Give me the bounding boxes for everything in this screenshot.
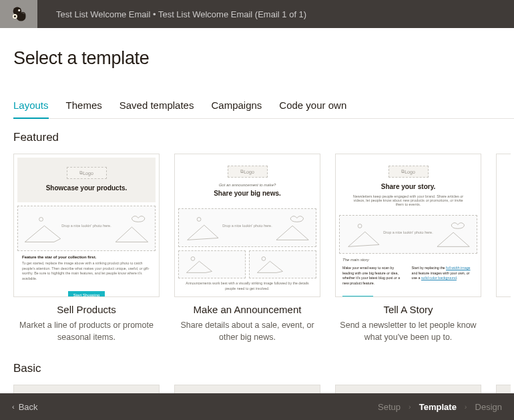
chevron-right-icon: › [465,403,467,411]
template-card-sell-products: ⧉ Logo Showcase your products. Drop a ni… [13,154,160,343]
tab-saved-templates[interactable]: Saved templates [119,99,194,118]
thumb-story-heading: The main story [342,258,474,262]
image-placeholder-icon [249,250,316,278]
template-thumb-partial[interactable] [496,154,511,297]
image-placeholder-icon [178,250,246,278]
template-thumb-story[interactable]: ⧉ Logo Share your story. Newsletters kee… [335,154,481,297]
wizard-footer: ‹ Back Setup › Template › Design [0,393,514,420]
thumb-headline: Showcase your products. [27,184,146,192]
template-card-announcement: ⧉ Logo Got an announcement to make? Shar… [174,154,320,343]
logo-placeholder-icon: ⧉ Logo [67,167,107,179]
section-heading-featured: Featured [13,131,514,144]
top-bar: Test List Welcome Email • Test List Welc… [0,0,514,28]
thumb-right-copy: Start by replacing the full width image … [412,266,475,281]
wizard-steps: Setup › Template › Design [378,402,502,412]
template-thumb-announcement[interactable]: ⧉ Logo Got an announcement to make? Shar… [174,154,320,297]
tab-campaigns[interactable]: Campaigns [211,99,262,118]
svg-rect-5 [19,206,155,250]
mailchimp-logo-icon [9,5,28,23]
template-desc: Share details about a sale, event, or ot… [174,319,320,343]
template-card-partial: Send [496,154,511,343]
app-logo[interactable] [0,0,37,28]
svg-point-2 [18,9,20,11]
chevron-left-icon: ‹ [12,403,15,411]
main-content: Select a template Layouts Themes Saved t… [0,28,514,393]
logo-placeholder-icon: ⧉ Logo [389,166,429,178]
thumb-cta-button: Start Shopping [68,291,105,297]
image-placeholder-icon: Drop a nice lookin' photo here. [339,215,477,254]
template-thumb-sell-products[interactable]: ⧉ Logo Showcase your products. Drop a ni… [13,154,160,297]
thumb-headline: Share your story. [344,183,472,190]
breadcrumb: Test List Welcome Email • Test List Welc… [37,9,306,19]
template-thumb-basic[interactable] [13,385,160,393]
step-template[interactable]: Template [419,402,457,412]
basic-row [13,385,514,393]
image-placeholder-icon: Drop a nice lookin' photo here. [178,208,316,247]
tab-layouts[interactable]: Layouts [13,99,49,119]
thumb-footer-copy: Announcements work best with a visually … [184,281,310,291]
logo-placeholder-icon: ⧉ Logo [228,166,268,178]
template-tabs: Layouts Themes Saved templates Campaigns… [13,99,514,119]
svg-point-10 [262,257,266,261]
image-placeholder-icon: Drop a nice lookin' photo here. [17,206,156,251]
thumb-feature-body: To get started, replace the image above … [22,261,151,282]
template-desc: Send a newsletter to let people know wha… [335,319,481,343]
template-card-story: ⧉ Logo Share your story. Newsletters kee… [335,154,481,343]
chevron-right-icon: › [409,403,411,411]
tab-code-your-own[interactable]: Code your own [279,99,346,118]
template-title: Send [496,304,511,315]
page-title: Select a template [13,48,514,69]
svg-point-9 [191,257,195,261]
template-desc: Market a line of products or promote sea… [13,319,160,343]
section-heading-basic: Basic [13,362,514,375]
back-button[interactable]: ‹ Back [12,402,38,412]
thumb-left-copy: Make your email easy to scan by leading … [342,266,405,286]
template-thumb-basic[interactable] [496,385,511,393]
featured-row: ⧉ Logo Showcase your products. Drop a ni… [13,154,514,343]
thumb-headline: Share your big news. [184,190,311,197]
template-title: Tell A Story [335,304,481,315]
template-title: Make an Announcement [174,304,320,315]
svg-point-4 [14,15,16,17]
template-thumb-basic[interactable] [335,385,481,393]
tab-themes[interactable]: Themes [66,99,102,118]
template-title: Sell Products [13,304,160,315]
template-thumb-basic[interactable] [174,385,320,393]
step-design[interactable]: Design [475,402,502,412]
thumb-feature-heading: Feature the star of your collection firs… [22,255,151,259]
step-setup[interactable]: Setup [378,402,401,412]
thumb-cta-button: Read More [342,296,373,297]
thumb-subhead: Newsletters keep people engaged with you… [352,194,464,206]
